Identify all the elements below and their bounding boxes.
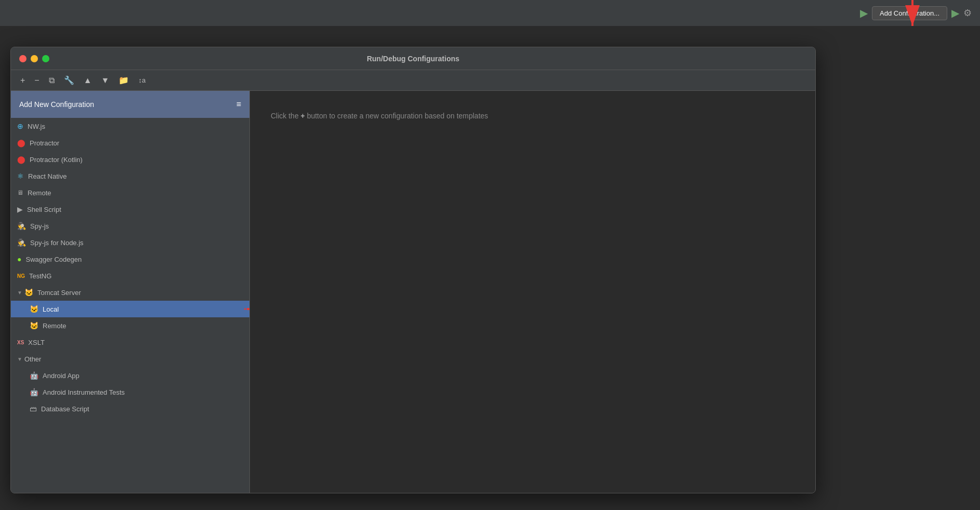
tree-item-xslt[interactable]: XS XSLT [11,334,249,351]
sort-button[interactable]: ↕a [135,74,149,86]
minimize-button[interactable] [31,55,38,62]
react-native-label: React Native [28,172,67,180]
tomcat-local-label: Local [43,305,59,313]
swagger-label: Swagger Codegen [25,256,82,263]
remote-icon: 🖥 [17,189,23,196]
android-instrumented-icon: 🤖 [30,388,38,396]
add-new-label: Add New Configuration [19,100,94,109]
testng-icon: NG [17,273,25,279]
remote-label: Remote [28,189,51,197]
protractor-icon: ⬤ [17,139,25,147]
tree-item-tomcat[interactable]: ▼ 🐱 Tomcat Server [11,284,249,301]
tree-item-protractor[interactable]: ⬤ Protractor [11,135,249,151]
android-app-icon: 🤖 [30,371,38,380]
right-panel: Click the + button to create a new confi… [250,91,815,493]
database-icon: 🗃 [30,405,37,413]
tree-item-testng[interactable]: NG TestNG [11,267,249,284]
tomcat-local-icon: 🐱 [30,305,38,313]
collapse-icon[interactable]: ≡ [236,100,241,109]
nwjs-icon: ⊕ [17,122,23,130]
tree-item-tomcat-local[interactable]: 🐱 Local [11,301,249,317]
protractor-kotlin-label: Protractor (Kotlin) [30,156,83,164]
gear-icon[interactable]: ⚙ [963,7,972,19]
tree-item-protractor-kotlin[interactable]: ⬤ Protractor (Kotlin) [11,151,249,168]
plus-symbol: + [301,112,307,120]
shell-label: Shell Script [27,206,61,213]
hint-text: Click the + button to create a new confi… [271,112,488,120]
react-native-icon: ⚛ [17,172,24,180]
title-bar: Run/Debug Configurations [11,47,815,70]
shell-icon: ▶ [17,205,23,213]
tree-item-other[interactable]: ▼ Other [11,351,249,367]
swagger-icon: ● [17,255,21,263]
run-icon[interactable]: ▶ [860,7,868,19]
spyjs-node-icon: 🕵 [17,238,26,247]
maximize-button[interactable] [42,55,49,62]
tree-item-spyjs-node[interactable]: 🕵 Spy-js for Node.js [11,234,249,251]
testng-label: TestNG [29,272,51,280]
tree-item-android-instrumented[interactable]: 🤖 Android Instrumented Tests [11,384,249,400]
tree-item-spyjs[interactable]: 🕵 Spy-js [11,218,249,234]
wrench-button[interactable]: 🔧 [61,73,77,87]
window-controls [19,55,49,62]
tomcat-remote-label: Remote [43,322,67,330]
xslt-icon: XS [17,340,24,345]
tree-item-database-script[interactable]: 🗃 Database Script [11,400,249,417]
tree-item-nwjs[interactable]: ⊕ NW.js [11,118,249,135]
top-bar: ▶ Add Configuration... ▶ ⚙ [0,0,980,26]
android-instrumented-label: Android Instrumented Tests [43,388,125,396]
database-label: Database Script [41,405,89,413]
spyjs-node-label: Spy-js for Node.js [30,239,84,247]
up-button[interactable]: ▲ [81,74,95,87]
android-app-label: Android App [43,372,80,380]
play-icon[interactable]: ▶ [951,7,959,19]
tomcat-expand-icon: ▼ [17,290,22,296]
content-area: Add New Configuration ≡ ⊕ NW.js ⬤ Protra… [11,91,815,493]
tree-item-swagger[interactable]: ● Swagger Codegen [11,251,249,267]
tree-item-shell-script[interactable]: ▶ Shell Script [11,201,249,218]
tree-item-react-native[interactable]: ⚛ React Native [11,168,249,184]
copy-button[interactable]: ⧉ [46,74,58,87]
tomcat-remote-icon: 🐱 [30,321,38,330]
xslt-label: XSLT [28,339,45,346]
tree-item-android-app[interactable]: 🤖 Android App [11,367,249,384]
down-button[interactable]: ▼ [98,74,113,87]
close-button[interactable] [19,55,27,62]
remove-button[interactable]: − [31,74,42,87]
hint-suffix: button to create a new configuration bas… [307,112,488,120]
add-new-header[interactable]: Add New Configuration ≡ [11,91,249,118]
folder-button[interactable]: 📁 [115,73,132,87]
tree-item-remote[interactable]: 🖥 Remote [11,184,249,201]
protractor-kotlin-icon: ⬤ [17,155,25,164]
protractor-label: Protractor [30,139,59,147]
add-button[interactable]: + [17,74,28,87]
sidebar: Add New Configuration ≡ ⊕ NW.js ⬤ Protra… [11,91,250,493]
tomcat-icon: 🐱 [24,288,33,297]
other-expand-icon: ▼ [17,356,22,362]
spyjs-icon: 🕵 [17,222,26,230]
run-debug-dialog: Run/Debug Configurations + − ⧉ 🔧 ▲ ▼ 📁 ↕… [10,47,816,493]
tree-container[interactable]: ⊕ NW.js ⬤ Protractor ⬤ Protractor (Kotli… [11,118,249,493]
tree-item-tomcat-remote[interactable]: 🐱 Remote [11,317,249,334]
dialog-title: Run/Debug Configurations [367,55,459,63]
nwjs-label: NW.js [28,123,45,130]
other-label: Other [24,355,42,363]
spyjs-label: Spy-js [30,222,49,230]
hint-prefix: Click the [271,112,299,120]
toolbar: + − ⧉ 🔧 ▲ ▼ 📁 ↕a [11,70,815,91]
tomcat-label: Tomcat Server [37,289,81,297]
